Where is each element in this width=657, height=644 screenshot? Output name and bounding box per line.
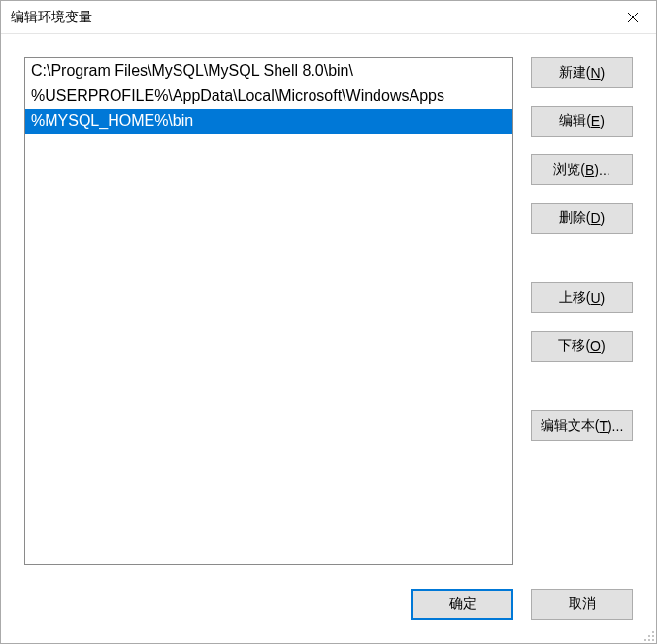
edit-text-button[interactable]: 编辑文本(T)... bbox=[531, 410, 633, 441]
dialog-window: 编辑环境变量 C:\Program Files\MySQL\MySQL Shel… bbox=[0, 0, 657, 644]
delete-button[interactable]: 删除(D) bbox=[531, 203, 633, 234]
move-down-button[interactable]: 下移(O) bbox=[531, 331, 633, 362]
content-area: C:\Program Files\MySQL\MySQL Shell 8.0\b… bbox=[1, 34, 656, 643]
side-buttons: 新建(N) 编辑(E) 浏览(B)... 删除(D) 上移(U) 下移(O) bbox=[531, 57, 633, 565]
browse-button[interactable]: 浏览(B)... bbox=[531, 154, 633, 185]
list-item[interactable]: %USERPROFILE%\AppData\Local\Microsoft\Wi… bbox=[25, 83, 512, 109]
window-title: 编辑环境变量 bbox=[11, 9, 92, 26]
titlebar: 编辑环境变量 bbox=[1, 1, 656, 34]
close-icon bbox=[627, 12, 639, 23]
new-button[interactable]: 新建(N) bbox=[531, 57, 633, 88]
list-item[interactable]: C:\Program Files\MySQL\MySQL Shell 8.0\b… bbox=[25, 58, 512, 83]
close-button[interactable] bbox=[609, 1, 656, 34]
cancel-button[interactable]: 取消 bbox=[531, 589, 633, 620]
path-listbox[interactable]: C:\Program Files\MySQL\MySQL Shell 8.0\b… bbox=[24, 57, 513, 565]
list-item[interactable]: %MYSQL_HOME%\bin bbox=[25, 109, 512, 134]
edit-button[interactable]: 编辑(E) bbox=[531, 106, 633, 137]
footer: 确定 取消 bbox=[24, 589, 633, 620]
move-up-button[interactable]: 上移(U) bbox=[531, 282, 633, 313]
main-row: C:\Program Files\MySQL\MySQL Shell 8.0\b… bbox=[24, 57, 633, 565]
ok-button[interactable]: 确定 bbox=[411, 589, 513, 620]
